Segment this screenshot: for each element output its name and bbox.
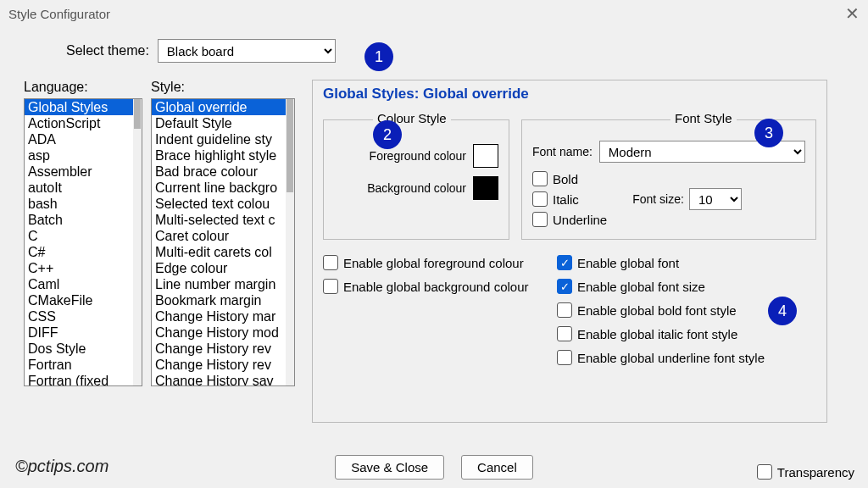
list-item[interactable]: bash [25, 196, 133, 212]
list-item[interactable]: Bookmark margin [152, 292, 286, 308]
fg-label: Foreground colour [370, 149, 466, 163]
enable-global-italic[interactable]: Enable global italic font style [557, 326, 765, 341]
bg-label: Background colour [367, 181, 466, 195]
global-checks: Enable global foreground colour Enable g… [323, 255, 816, 365]
font-size-row: Font size: 10 [632, 188, 742, 210]
bold-checkbox[interactable]: Bold [532, 171, 607, 186]
list-item[interactable]: Selected text colou [152, 196, 286, 212]
left-column: Language: Global StylesActionScriptADAas… [24, 80, 295, 423]
list-item[interactable]: ActionScript [25, 115, 133, 131]
underline-checkbox[interactable]: Underline [532, 212, 607, 227]
annotation-3: 3 [754, 119, 783, 147]
list-item[interactable]: Bad brace colour [152, 164, 286, 180]
scrollbar[interactable] [286, 99, 294, 385]
list-item[interactable]: Dos Style [25, 341, 133, 357]
font-size-select[interactable]: 10 [689, 188, 742, 210]
list-item[interactable]: asp [25, 147, 133, 164]
bg-row: Background colour [334, 176, 498, 200]
enable-global-underline[interactable]: Enable global underline font style [557, 350, 765, 365]
enable-global-font-size[interactable]: Enable global font size [557, 279, 765, 294]
list-item[interactable]: Current line backgro [152, 180, 286, 196]
titlebar: Style Configurator ✕ [0, 0, 868, 27]
main-area: Language: Global StylesActionScriptADAas… [0, 71, 868, 423]
cancel-button[interactable]: Cancel [461, 455, 533, 480]
annotation-1: 1 [364, 42, 393, 71]
fg-row: Foreground colour [334, 144, 498, 168]
fg-swatch[interactable] [473, 144, 498, 168]
enable-global-bold[interactable]: Enable global bold font style [557, 302, 765, 318]
list-item[interactable]: Global Styles [25, 99, 133, 115]
list-item[interactable]: Fortran [25, 357, 133, 373]
list-item[interactable]: Line number margin [152, 276, 286, 292]
list-item[interactable]: Edge colour [152, 260, 286, 276]
style-label: Style: [151, 80, 295, 95]
font-row2: Bold Italic Underline Font size: 10 [532, 171, 805, 227]
list-item[interactable]: Indent guideline sty [152, 131, 286, 147]
bg-swatch[interactable] [473, 176, 498, 200]
style-listbox[interactable]: Global overrideDefault StyleIndent guide… [151, 98, 295, 386]
window-title: Style Configurator [8, 7, 110, 21]
list-item[interactable]: Brace highlight style [152, 147, 286, 164]
annotation-2: 2 [373, 120, 402, 149]
list-item[interactable]: C++ [25, 260, 133, 276]
list-item[interactable]: Global override [152, 99, 286, 115]
list-item[interactable]: Caret colour [152, 228, 286, 244]
save-close-button[interactable]: Save & Close [335, 455, 444, 480]
language-label: Language: [24, 80, 142, 95]
theme-select[interactable]: Black board [158, 39, 336, 63]
list-item[interactable]: Multi-edit carets col [152, 244, 286, 260]
language-list-wrap: Language: Global StylesActionScriptADAas… [24, 80, 142, 423]
list-item[interactable]: Caml [25, 276, 133, 292]
colour-style-group: Colour Style Foreground colour Backgroun… [323, 119, 509, 240]
transparency-check[interactable]: Transparency [757, 464, 854, 480]
button-row: Save & Close Cancel [0, 455, 868, 480]
annotation-4: 4 [768, 297, 797, 325]
enable-global-font[interactable]: Enable global font [557, 255, 765, 270]
list-item[interactable]: Change History mod [152, 324, 286, 341]
font-size-label: Font size: [632, 192, 684, 206]
theme-row: Select theme: Black board [0, 27, 868, 71]
list-item[interactable]: CMakeFile [25, 292, 133, 308]
list-item[interactable]: Assembler [25, 164, 133, 180]
list-item[interactable]: Fortran (fixed [25, 373, 133, 385]
scrollbar[interactable] [133, 99, 142, 385]
list-item[interactable]: Change History rev [152, 357, 286, 373]
watermark: ©pctips.com [15, 457, 108, 476]
list-item[interactable]: C# [25, 244, 133, 260]
language-listbox[interactable]: Global StylesActionScriptADAaspAssembler… [24, 98, 142, 386]
global-checks-left: Enable global foreground colour Enable g… [323, 255, 535, 365]
section-title: Global Styles: Global override [323, 86, 816, 103]
list-item[interactable]: Change History sav [152, 373, 286, 385]
style-list-wrap: Style: Global overrideDefault StyleInden… [151, 80, 295, 423]
enable-global-bg[interactable]: Enable global background colour [323, 279, 535, 294]
list-item[interactable]: DIFF [25, 324, 133, 341]
list-item[interactable]: autoIt [25, 180, 133, 196]
list-item[interactable]: Multi-selected text c [152, 212, 286, 228]
list-item[interactable]: Batch [25, 212, 133, 228]
theme-label: Select theme: [66, 43, 149, 58]
list-item[interactable]: Change History mar [152, 308, 286, 324]
list-item[interactable]: Change History rev [152, 341, 286, 357]
global-checks-right: Enable global font Enable global font si… [557, 255, 765, 365]
list-item[interactable]: CSS [25, 308, 133, 324]
enable-global-fg[interactable]: Enable global foreground colour [323, 255, 535, 270]
list-item[interactable]: Default Style [152, 115, 286, 131]
font-name-label: Font name: [532, 145, 593, 158]
italic-checkbox[interactable]: Italic [532, 191, 607, 207]
font-legend: Font Style [670, 111, 737, 125]
list-item[interactable]: ADA [25, 131, 133, 147]
list-item[interactable]: C [25, 228, 133, 244]
font-style-checks: Bold Italic Underline [532, 171, 607, 227]
close-icon[interactable]: ✕ [845, 3, 860, 24]
